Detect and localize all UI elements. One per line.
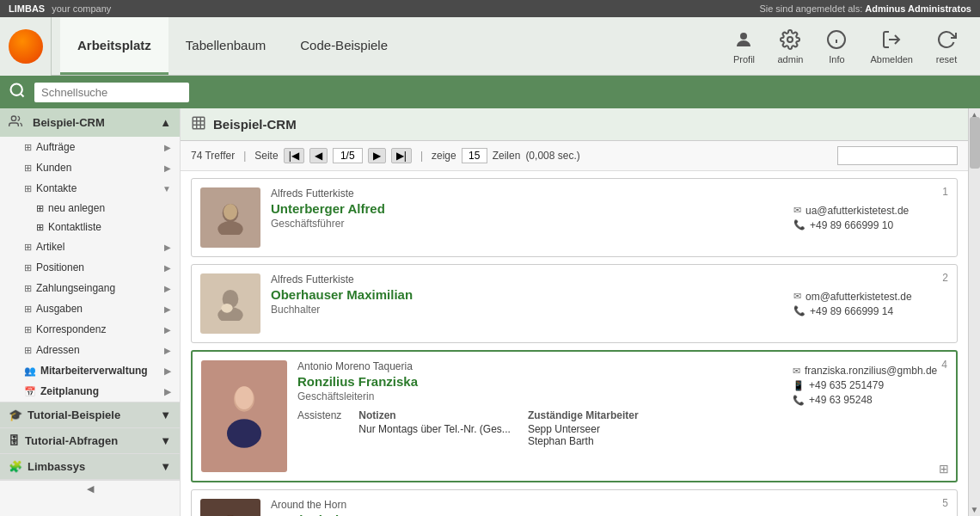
- sidebar: Beispiel-CRM ▲ ⊞ Aufträge ▶ ⊞ Kunden ▶: [0, 108, 181, 516]
- card-email-row-1: ✉ ua@afutterkistetest.de: [793, 205, 948, 217]
- logo-circle: [9, 29, 43, 64]
- grid-icon-6: ⊞: [24, 283, 32, 294]
- sidebar-section-header-tutorial-beispiele[interactable]: 🎓 Tutorial-Beispiele ▼: [0, 402, 180, 427]
- logo[interactable]: [0, 17, 52, 76]
- grid-icon-9: ⊞: [24, 345, 32, 356]
- card-num-5: 5: [942, 497, 948, 509]
- chevron-right-icon-2: ▶: [164, 163, 171, 173]
- sidebar-item-korrespondenz[interactable]: ⊞ Korrespondenz ▶: [0, 319, 180, 340]
- card-contacts-2: ✉ om@afutterkistetest.de 📞 +49 89 666999…: [793, 273, 948, 334]
- content-scrollbar[interactable]: ▲ ▼: [968, 108, 980, 516]
- card-num-4: 4: [941, 359, 947, 371]
- chevron-right-icon-6: ▶: [164, 304, 171, 314]
- card-email-row-2: ✉ om@afutterkistetest.de: [793, 291, 948, 303]
- phone-icon-1: 📞: [793, 219, 805, 230]
- chevron-down-icon-3: ▼: [160, 434, 171, 447]
- svg-point-19: [221, 304, 232, 313]
- hits-count: 74 Treffer: [191, 150, 235, 162]
- chevron-down-icon-2: ▼: [160, 408, 171, 421]
- admin-button[interactable]: admin: [769, 23, 812, 69]
- sidebar-item-zeitplanung[interactable]: 📅 Zeitplanung ▶: [0, 381, 180, 402]
- page-input[interactable]: [333, 148, 363, 163]
- sidebar-subitem-neu-anlegen[interactable]: ⊞ neu anlegen: [0, 199, 180, 218]
- reset-button[interactable]: reset: [926, 23, 967, 69]
- username: Adminus Administratos: [865, 3, 971, 14]
- tab-tabellenbaum[interactable]: Tabellenbaum: [168, 17, 283, 75]
- sidebar-item-mitarbeiterverwaltung[interactable]: 👥 Mitarbeiterverwaltung ▶: [0, 360, 180, 381]
- card-name-1[interactable]: Unterberger Alfred: [271, 201, 783, 216]
- abmelden-button[interactable]: Abmelden: [861, 23, 922, 69]
- brand-name: LIMBAS: [9, 3, 45, 14]
- info-button[interactable]: Info: [816, 23, 857, 69]
- card-company-5: Around the Horn: [271, 499, 783, 511]
- phone-icon-4: 📞: [793, 395, 805, 406]
- search-input[interactable]: [34, 83, 189, 102]
- card-company-2: Alfreds Futterkiste: [271, 273, 783, 286]
- mobile-icon-4: 📱: [793, 380, 805, 391]
- page-last-btn[interactable]: ▶|: [391, 148, 412, 163]
- sidebar-item-kontakte[interactable]: ⊞ Kontakte ▼: [0, 178, 180, 199]
- sidebar-item-adressen[interactable]: ⊞ Adressen ▶: [0, 340, 180, 360]
- sidebar-item-kunden[interactable]: ⊞ Kunden ▶: [0, 157, 180, 178]
- scrollbar-thumb[interactable]: [970, 117, 980, 169]
- card-2[interactable]: 2 Alfreds Futterkiste Oberhauser Maximil…: [191, 264, 958, 343]
- avatar-2: [200, 273, 260, 334]
- toolbar-search-input[interactable]: [837, 146, 958, 165]
- card-info-4: Antonio Moreno Taqueria Ronzilius Franzi…: [297, 360, 782, 472]
- assistenz-label-4: Assistenz: [297, 409, 341, 447]
- grid-icon-7: ⊞: [24, 304, 32, 315]
- svg-point-22: [235, 386, 253, 409]
- sidebar-item-auftraege[interactable]: ⊞ Aufträge ▶: [0, 137, 180, 157]
- content-header: Beispiel-CRM: [181, 108, 968, 141]
- card-name-4[interactable]: Ronzilius Franziska: [297, 374, 782, 389]
- sidebar-section-limbassys: 🧩 Limbassys ▼: [0, 454, 180, 480]
- tab-code-beispiele[interactable]: Code-Beispiele: [283, 17, 405, 75]
- sidebar-section-tutorial-abfragen: 🗄 Tutorial-Abfragen ▼: [0, 428, 180, 454]
- email-icon-2: ✉: [793, 291, 801, 302]
- card-name-5[interactable]: Sundoni Dimono: [271, 513, 783, 516]
- chevron-right-icon-5: ▶: [164, 284, 171, 293]
- card-role-4: Geschäftsleiterin: [297, 390, 782, 402]
- card-phone-2: +49 89 666999 14: [810, 305, 893, 317]
- notizen-label-4: Notizen: [358, 409, 511, 421]
- sidebar-subitem-kontaktliste[interactable]: ⊞ Kontaktliste: [0, 218, 180, 236]
- phone-icon-2: 📞: [793, 305, 805, 316]
- grid-icon-3: ⊞: [24, 183, 32, 194]
- scroll-down-arrow[interactable]: ▼: [969, 503, 980, 516]
- chevron-down-icon-4: ▼: [160, 460, 171, 473]
- sidebar-item-zahlungseingang[interactable]: ⊞ Zahlungseingang ▶: [0, 278, 180, 298]
- lines-input[interactable]: [462, 148, 487, 163]
- sidebar-section-header-beispiel-crm[interactable]: Beispiel-CRM ▲: [0, 108, 180, 137]
- card-1[interactable]: 1 Alfreds Futterkiste Unterberger Alfred…: [191, 178, 958, 257]
- profil-button[interactable]: Profil: [723, 23, 764, 69]
- sidebar-scroll-left[interactable]: ◀: [0, 480, 180, 497]
- email-icon-1: ✉: [793, 205, 801, 216]
- person-icon: [732, 28, 756, 52]
- sidebar-item-ausgaben[interactable]: ⊞ Ausgaben ▶: [0, 298, 180, 319]
- sidebar-section-header-tutorial-abfragen[interactable]: 🗄 Tutorial-Abfragen ▼: [0, 428, 180, 453]
- sidebar-item-positionen[interactable]: ⊞ Positionen ▶: [0, 257, 180, 278]
- card-extra-row-4: Assistenz Notizen Nur Montags über Tel.-…: [297, 409, 782, 447]
- show-label: zeige: [432, 150, 456, 162]
- zustaendige-text-4: Sepp Unterseer Stephan Barth: [528, 423, 639, 447]
- page-prev-btn[interactable]: ◀: [309, 148, 328, 163]
- sidebar-section-beispiel-crm: Beispiel-CRM ▲ ⊞ Aufträge ▶ ⊞ Kunden ▶: [0, 108, 180, 402]
- card-name-2[interactable]: Oberhauser Maximilian: [271, 287, 783, 302]
- chevron-right-icon-7: ▶: [164, 325, 171, 335]
- card-role-2: Buchhalter: [271, 304, 783, 316]
- tab-arbeitsplatz[interactable]: Arbeitsplatz: [60, 17, 168, 75]
- sidebar-item-artikel[interactable]: ⊞ Artikel ▶: [0, 236, 180, 257]
- search-icon-btn[interactable]: [9, 82, 26, 103]
- page-next-btn[interactable]: ▶: [368, 148, 386, 163]
- page-label: Seite: [254, 150, 278, 162]
- svg-point-0: [740, 33, 747, 40]
- avatar-4: [201, 360, 287, 472]
- card-4[interactable]: 4 Antonio Moreno Taqueria Ronzilius Fran…: [191, 350, 958, 482]
- card-phone-row-2: 📞 +49 89 666999 14: [793, 305, 948, 317]
- card-5[interactable]: 5 Around the Horn Sundoni Dimono Mitarbe…: [191, 489, 958, 516]
- top-bar: LIMBAS your company Sie sind angemeldet …: [0, 0, 980, 17]
- content-area: Beispiel-CRM 74 Treffer | Seite |◀ ◀ ▶ ▶…: [181, 108, 968, 516]
- sidebar-section-header-limbassys[interactable]: 🧩 Limbassys ▼: [0, 454, 180, 479]
- page-first-btn[interactable]: |◀: [284, 148, 304, 163]
- expand-btn-4[interactable]: ⊞: [939, 462, 949, 476]
